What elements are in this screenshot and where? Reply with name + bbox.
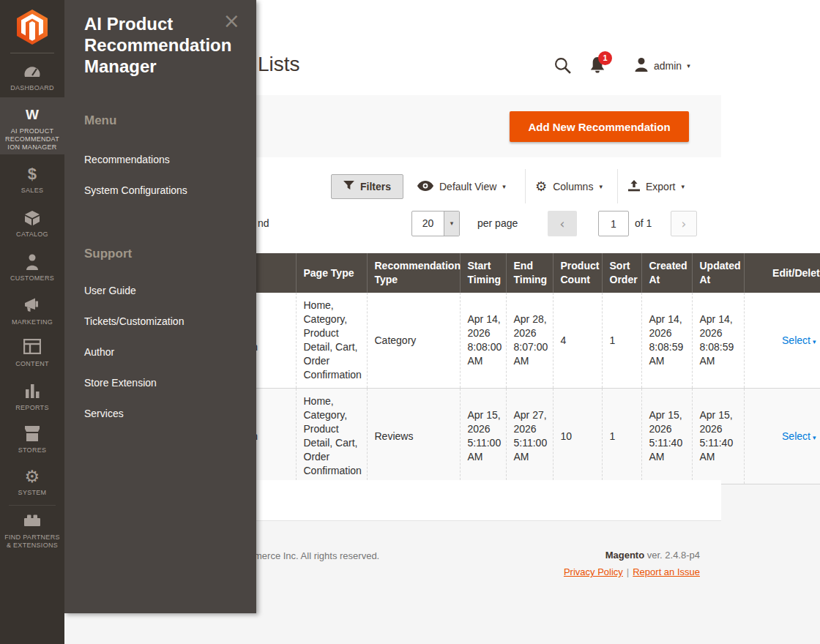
cell-sort-order: 1 [602, 389, 641, 484]
bar-chart-icon [0, 383, 64, 402]
sidebar-item-catalog[interactable]: CATALOG [0, 209, 64, 239]
sidebar-item-ai-product-recommendation-manager[interactable]: W AI PRODUCT RECOMMENDAT ION MANAGER [0, 97, 64, 154]
page-size-select[interactable]: 20 ▾ [411, 211, 460, 236]
admin-user-menu[interactable]: admin ▾ [634, 57, 690, 74]
menu-item-user-guide[interactable]: User Guide [84, 285, 136, 296]
select-label: Select [782, 334, 810, 346]
sidebar-divider [9, 505, 56, 506]
copyright-text: merce Inc. All rights reserved. [254, 550, 379, 561]
sidebar-item-label: DASHBOARD [0, 84, 64, 92]
cell-edit-delete: Select▾ [744, 389, 820, 484]
privacy-policy-link[interactable]: Privacy Policy [564, 566, 623, 577]
menu-item-recommendations[interactable]: Recommendations [84, 154, 170, 165]
cell-page-type: Home, Category, Product Detail, Cart, Or… [296, 389, 367, 484]
menu-item-author[interactable]: Author [84, 346, 114, 358]
admin-username: admin [654, 60, 682, 72]
chevron-down-icon: ▾ [813, 338, 816, 345]
column-header-product-count[interactable]: Product Count [553, 253, 602, 293]
link-separator: | [627, 566, 629, 577]
magento-logo[interactable] [0, 9, 64, 48]
cell-recommendation-type: Reviews [367, 389, 460, 484]
sidebar-item-system[interactable]: ⚙ SYSTEM [0, 468, 64, 497]
chevron-down-icon: ▾ [813, 434, 816, 441]
version-text: ver. 2.4.8-p4 [644, 550, 700, 561]
column-header-recommendation-type[interactable]: Recommendation Type [367, 253, 460, 293]
box-icon [0, 209, 64, 228]
search-icon [554, 66, 572, 77]
export-control[interactable]: Export ▾ [628, 174, 685, 199]
menu-item-system-configurations[interactable]: System Configurations [84, 184, 187, 196]
cell-start-timing: Apr 14, 2026 8:08:00 AM [460, 293, 506, 389]
footer-links: Privacy Policy|Report an Issue [564, 566, 700, 577]
module-flyout-menu: AI Product Recommendation Manager × Menu… [64, 0, 256, 613]
sidebar-item-sales[interactable]: $ SALES [0, 165, 64, 195]
brick-icon [0, 512, 64, 531]
sidebar-item-content[interactable]: CONTENT [0, 339, 64, 368]
menu-item-tickets-customization[interactable]: Tickets/Customization [84, 315, 184, 327]
filter-icon [343, 181, 354, 192]
select-label: Select [782, 430, 810, 442]
close-icon[interactable]: × [223, 9, 240, 33]
layout-icon [0, 339, 64, 358]
sidebar-item-label: AI PRODUCT RECOMMENDAT ION MANAGER [0, 127, 64, 151]
sidebar-item-reports[interactable]: REPORTS [0, 383, 64, 412]
sidebar-item-label: MARKETING [0, 318, 64, 326]
recommendations-table: Page Type Recommendation Type Start Timi… [217, 253, 820, 484]
row-select-action[interactable]: Select▾ [782, 334, 816, 346]
filters-button[interactable]: Filters [331, 174, 403, 199]
column-header-created-at[interactable]: Created At [641, 253, 692, 293]
page-size-value: 20 [412, 211, 444, 236]
view-control[interactable]: Default View ▾ [417, 174, 506, 199]
sidebar-item-marketing[interactable]: MARKETING [0, 297, 64, 326]
sidebar-item-stores[interactable]: STORES [0, 425, 64, 454]
column-header-end-timing[interactable]: End Timing [506, 253, 553, 293]
cell-updated-at: Apr 14, 2026 8:08:59 AM [692, 293, 744, 389]
menu-item-services[interactable]: Services [84, 408, 124, 419]
page-title: Lists [258, 53, 300, 76]
add-new-recommendation-button[interactable]: Add New Recommendation [510, 111, 689, 142]
previous-page-button[interactable]: ‹ [548, 211, 577, 236]
cell-end-timing: Apr 28, 2026 8:07:00 AM [506, 293, 553, 389]
sidebar-item-label: CUSTOMERS [0, 274, 64, 282]
page-number-input[interactable] [598, 211, 629, 236]
content-right-background [721, 479, 820, 521]
menu-item-store-extension[interactable]: Store Extension [84, 377, 157, 389]
row-select-action[interactable]: Select▾ [782, 430, 816, 442]
table-header-row: Page Type Recommendation Type Start Timi… [217, 253, 820, 293]
cell-created-at: Apr 15, 2026 5:11:40 AM [641, 389, 692, 484]
megaphone-icon [0, 297, 64, 316]
column-header-sort-order[interactable]: Sort Order [602, 253, 641, 293]
columns-label: Columns [553, 181, 593, 192]
column-header-updated-at[interactable]: Updated At [692, 253, 744, 293]
next-page-button[interactable]: › [671, 211, 697, 236]
report-issue-link[interactable]: Report an Issue [633, 566, 700, 577]
global-search-button[interactable] [554, 57, 572, 77]
bell-icon [589, 65, 605, 76]
notifications-button[interactable]: 1 [589, 56, 605, 76]
sidebar-item-label: SYSTEM [0, 489, 64, 497]
records-found-text: nd [258, 217, 269, 229]
sidebar-item-dashboard[interactable]: DASHBOARD [0, 63, 64, 92]
sidebar-item-find-partners[interactable]: FIND PARTNERS & EXTENSIONS [0, 512, 64, 550]
column-header-start-timing[interactable]: Start Timing [460, 253, 506, 293]
magento-version: Magento ver. 2.4.8-p4 [605, 550, 700, 561]
cell-updated-at: Apr 15, 2026 5:11:40 AM [692, 389, 744, 484]
column-header-page-type[interactable]: Page Type [296, 253, 367, 293]
per-page-label: per page [477, 217, 518, 229]
cell-created-at: Apr 14, 2026 8:08:59 AM [641, 293, 692, 389]
chevron-down-icon: ▾ [599, 183, 603, 190]
sidebar-item-label: FIND PARTNERS & EXTENSIONS [0, 533, 64, 550]
sidebar-item-label: REPORTS [0, 404, 64, 412]
sidebar-item-customers[interactable]: CUSTOMERS [0, 253, 64, 282]
gear-icon: ⚙ [535, 181, 547, 192]
filters-label: Filters [360, 181, 391, 192]
total-pages-label: of 1 [635, 217, 652, 229]
admin-sidebar: DASHBOARD W AI PRODUCT RECOMMENDAT ION M… [0, 0, 64, 644]
cell-page-type: Home, Category, Product Detail, Cart, Or… [296, 293, 367, 389]
notification-count-badge: 1 [598, 51, 612, 65]
columns-control[interactable]: ⚙ Columns ▾ [535, 174, 603, 199]
eye-icon [417, 181, 433, 193]
cell-end-timing: Apr 27, 2026 5:11:00 AM [506, 389, 553, 484]
cell-edit-delete: Select▾ [744, 293, 820, 389]
table-row: ndation Home, Category, Product Detail, … [217, 389, 820, 484]
